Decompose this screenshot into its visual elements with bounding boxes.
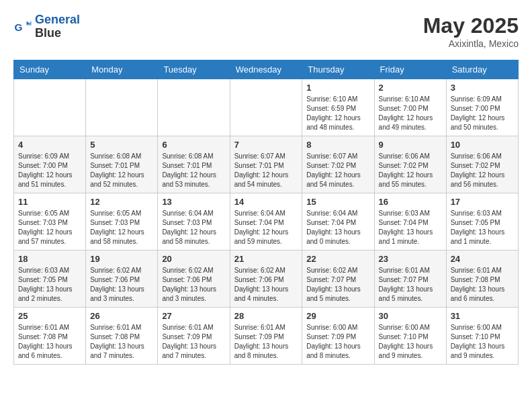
calendar-cell: 7Sunrise: 6:07 AM Sunset: 7:01 PM Daylig… [230,136,302,193]
calendar-cell: 29Sunrise: 6:00 AM Sunset: 7:09 PM Dayli… [302,308,374,365]
calendar-cell: 3Sunrise: 6:09 AM Sunset: 7:00 PM Daylig… [446,79,518,136]
day-info: Sunrise: 6:04 AM Sunset: 7:04 PM Dayligh… [234,209,298,246]
day-number: 30 [379,311,442,321]
day-number: 7 [234,140,298,150]
calendar-cell: 2Sunrise: 6:10 AM Sunset: 7:00 PM Daylig… [374,79,446,136]
calendar-cell: 18Sunrise: 6:03 AM Sunset: 7:05 PM Dayli… [14,250,86,308]
weekday-header-sunday: Sunday [14,60,86,79]
calendar-table: SundayMondayTuesdayWednesdayThursdayFrid… [13,60,519,365]
day-info: Sunrise: 6:09 AM Sunset: 7:00 PM Dayligh… [18,152,81,189]
calendar-cell: 24Sunrise: 6:01 AM Sunset: 7:08 PM Dayli… [446,250,518,308]
day-number: 17 [451,197,514,207]
weekday-header-friday: Friday [374,60,446,79]
day-info: Sunrise: 6:03 AM Sunset: 7:04 PM Dayligh… [379,209,442,246]
calendar-week-4: 18Sunrise: 6:03 AM Sunset: 7:05 PM Dayli… [14,250,519,308]
calendar-cell: 8Sunrise: 6:07 AM Sunset: 7:02 PM Daylig… [302,136,374,193]
calendar-cell [230,79,302,136]
logo-line2: Blue [35,27,80,40]
calendar-cell: 20Sunrise: 6:02 AM Sunset: 7:06 PM Dayli… [158,250,230,308]
day-info: Sunrise: 6:03 AM Sunset: 7:05 PM Dayligh… [451,209,514,246]
calendar-cell: 17Sunrise: 6:03 AM Sunset: 7:05 PM Dayli… [446,193,518,250]
calendar-cell: 25Sunrise: 6:01 AM Sunset: 7:08 PM Dayli… [14,308,86,365]
day-info: Sunrise: 6:00 AM Sunset: 7:09 PM Dayligh… [306,323,369,361]
svg-text:G: G [14,21,22,32]
weekday-header-thursday: Thursday [302,60,374,79]
day-number: 6 [162,140,225,150]
day-info: Sunrise: 6:01 AM Sunset: 7:07 PM Dayligh… [379,266,442,304]
day-info: Sunrise: 6:01 AM Sunset: 7:08 PM Dayligh… [451,266,514,304]
day-info: Sunrise: 6:04 AM Sunset: 7:03 PM Dayligh… [162,209,225,246]
calendar-cell: 19Sunrise: 6:02 AM Sunset: 7:06 PM Dayli… [86,250,158,308]
logo: G General Blue [13,13,80,40]
day-info: Sunrise: 6:05 AM Sunset: 7:03 PM Dayligh… [18,209,81,246]
day-number: 12 [90,197,153,207]
calendar-week-2: 4Sunrise: 6:09 AM Sunset: 7:00 PM Daylig… [14,136,519,193]
month-year-title: May 2025 [423,13,519,38]
logo-text: General Blue [35,13,80,40]
calendar-cell: 9Sunrise: 6:06 AM Sunset: 7:02 PM Daylig… [374,136,446,193]
day-number: 14 [234,197,298,207]
day-number: 9 [379,140,442,150]
day-number: 4 [18,140,81,150]
day-number: 5 [90,140,153,150]
day-number: 3 [451,83,514,93]
day-info: Sunrise: 6:05 AM Sunset: 7:03 PM Dayligh… [90,209,153,246]
calendar-cell: 15Sunrise: 6:04 AM Sunset: 7:04 PM Dayli… [302,193,374,250]
day-info: Sunrise: 6:01 AM Sunset: 7:09 PM Dayligh… [234,323,298,361]
day-number: 21 [234,254,298,264]
calendar-cell: 6Sunrise: 6:08 AM Sunset: 7:01 PM Daylig… [158,136,230,193]
day-number: 31 [451,311,514,321]
logo-icon: G [13,17,32,36]
day-info: Sunrise: 6:07 AM Sunset: 7:02 PM Dayligh… [306,152,369,189]
day-number: 1 [306,83,369,93]
day-info: Sunrise: 6:00 AM Sunset: 7:10 PM Dayligh… [379,323,442,361]
day-number: 11 [18,197,81,207]
day-info: Sunrise: 6:07 AM Sunset: 7:01 PM Dayligh… [234,152,298,189]
day-info: Sunrise: 6:02 AM Sunset: 7:06 PM Dayligh… [162,266,225,304]
page-header: G General Blue May 2025 Axixintla, Mexic… [13,13,519,49]
day-info: Sunrise: 6:02 AM Sunset: 7:07 PM Dayligh… [306,266,369,304]
day-number: 15 [306,197,369,207]
day-info: Sunrise: 6:03 AM Sunset: 7:05 PM Dayligh… [18,266,81,304]
calendar-cell: 26Sunrise: 6:01 AM Sunset: 7:08 PM Dayli… [86,308,158,365]
calendar-cell [86,79,158,136]
calendar-cell: 13Sunrise: 6:04 AM Sunset: 7:03 PM Dayli… [158,193,230,250]
day-number: 24 [451,254,514,264]
day-info: Sunrise: 6:02 AM Sunset: 7:06 PM Dayligh… [234,266,298,304]
calendar-cell: 21Sunrise: 6:02 AM Sunset: 7:06 PM Dayli… [230,250,302,308]
day-number: 26 [90,311,153,321]
calendar-cell: 12Sunrise: 6:05 AM Sunset: 7:03 PM Dayli… [86,193,158,250]
day-info: Sunrise: 6:01 AM Sunset: 7:08 PM Dayligh… [90,323,153,361]
weekday-header-row: SundayMondayTuesdayWednesdayThursdayFrid… [14,60,519,79]
day-info: Sunrise: 6:09 AM Sunset: 7:00 PM Dayligh… [451,95,514,132]
day-info: Sunrise: 6:01 AM Sunset: 7:08 PM Dayligh… [18,323,81,361]
day-info: Sunrise: 6:02 AM Sunset: 7:06 PM Dayligh… [90,266,153,304]
day-number: 2 [379,83,442,93]
day-number: 25 [18,311,81,321]
logo-line1: General [35,13,80,26]
day-info: Sunrise: 6:04 AM Sunset: 7:04 PM Dayligh… [306,209,369,246]
day-number: 27 [162,311,225,321]
calendar-cell: 22Sunrise: 6:02 AM Sunset: 7:07 PM Dayli… [302,250,374,308]
day-number: 19 [90,254,153,264]
day-info: Sunrise: 6:10 AM Sunset: 6:59 PM Dayligh… [306,95,369,132]
day-info: Sunrise: 6:06 AM Sunset: 7:02 PM Dayligh… [379,152,442,189]
day-number: 28 [234,311,298,321]
calendar-week-3: 11Sunrise: 6:05 AM Sunset: 7:03 PM Dayli… [14,193,519,250]
calendar-cell [14,79,86,136]
calendar-week-5: 25Sunrise: 6:01 AM Sunset: 7:08 PM Dayli… [14,308,519,365]
weekday-header-monday: Monday [86,60,158,79]
day-number: 23 [379,254,442,264]
calendar-cell: 14Sunrise: 6:04 AM Sunset: 7:04 PM Dayli… [230,193,302,250]
day-info: Sunrise: 6:08 AM Sunset: 7:01 PM Dayligh… [90,152,153,189]
calendar-cell: 11Sunrise: 6:05 AM Sunset: 7:03 PM Dayli… [14,193,86,250]
day-number: 10 [451,140,514,150]
calendar-week-1: 1Sunrise: 6:10 AM Sunset: 6:59 PM Daylig… [14,79,519,136]
day-number: 13 [162,197,225,207]
calendar-cell [158,79,230,136]
location-subtitle: Axixintla, Mexico [423,38,519,49]
calendar-cell: 16Sunrise: 6:03 AM Sunset: 7:04 PM Dayli… [374,193,446,250]
calendar-cell: 1Sunrise: 6:10 AM Sunset: 6:59 PM Daylig… [302,79,374,136]
weekday-header-wednesday: Wednesday [230,60,302,79]
day-info: Sunrise: 6:08 AM Sunset: 7:01 PM Dayligh… [162,152,225,189]
